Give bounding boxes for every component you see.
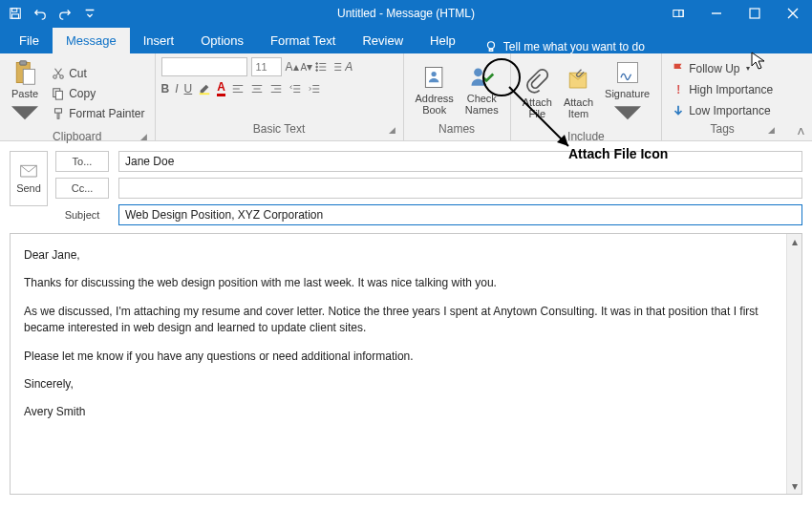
italic-icon[interactable]: I (175, 82, 178, 95)
svg-point-15 (316, 63, 318, 65)
tab-insert[interactable]: Insert (130, 28, 188, 53)
cut-button[interactable]: Cut (48, 64, 148, 83)
check-names-button[interactable]: Check Names (459, 62, 504, 117)
send-button[interactable]: Send (10, 151, 48, 206)
chevron-down-icon: ▾ (746, 64, 750, 73)
attach-item-icon (565, 68, 591, 95)
chevron-down-icon (11, 101, 38, 128)
indent-icon[interactable] (308, 82, 321, 95)
svg-point-21 (474, 68, 482, 76)
shrink-font-icon[interactable]: A▾ (301, 60, 313, 74)
send-icon (19, 163, 38, 180)
font-color-icon[interactable]: A (217, 80, 225, 96)
flag-icon (672, 62, 685, 75)
attach-item-button[interactable]: Attach Item (558, 66, 599, 121)
subject-label: Subject (55, 209, 109, 221)
cc-button[interactable]: Cc... (55, 178, 109, 199)
svg-point-6 (487, 42, 494, 49)
minimize-icon[interactable] (697, 0, 736, 27)
svg-rect-13 (56, 91, 63, 99)
cursor-icon (751, 52, 766, 71)
svg-point-17 (316, 70, 318, 72)
svg-point-11 (60, 75, 64, 79)
copy-icon (52, 87, 65, 100)
svg-rect-2 (12, 14, 19, 18)
tell-me-search[interactable]: Tell me what you want to do (469, 40, 645, 53)
tab-review[interactable]: Review (349, 28, 417, 53)
to-button[interactable]: To... (55, 151, 109, 172)
redo-icon[interactable] (53, 2, 76, 25)
svg-point-20 (431, 71, 436, 75)
address-book-button[interactable]: Address Book (410, 62, 459, 117)
font-size-combo[interactable]: 11 (251, 57, 282, 76)
group-include: Attach File Attach Item Signature Includ… (511, 53, 662, 140)
tab-help[interactable]: Help (417, 28, 469, 53)
cc-input[interactable] (118, 178, 802, 199)
clear-format-icon[interactable]: A (345, 60, 353, 74)
scroll-down-icon[interactable]: ▾ (787, 478, 801, 494)
paintbrush-icon (52, 107, 65, 120)
dialog-launcher-icon[interactable]: ◢ (389, 125, 395, 135)
svg-point-16 (316, 66, 318, 68)
svg-rect-1 (12, 9, 17, 12)
align-right-icon[interactable] (269, 82, 283, 95)
highlight-icon[interactable] (198, 82, 211, 95)
bullets-icon[interactable] (314, 60, 328, 74)
font-name-combo[interactable] (161, 57, 247, 76)
check-names-icon (468, 64, 495, 91)
svg-rect-5 (750, 9, 759, 18)
dialog-launcher-icon[interactable]: ◢ (140, 132, 147, 141)
align-center-icon[interactable] (250, 82, 264, 95)
copy-button[interactable]: Copy (48, 84, 148, 103)
chevron-down-icon (614, 101, 641, 128)
format-painter-button[interactable]: Format Painter (48, 104, 148, 123)
tab-message[interactable]: Message (53, 28, 130, 53)
underline-icon[interactable]: U (184, 82, 193, 95)
svg-rect-8 (20, 61, 27, 65)
ribbon-tabs: File Message Insert Options Format Text … (0, 27, 812, 53)
scrollbar[interactable]: ▴ ▾ (786, 234, 801, 494)
svg-rect-14 (55, 109, 62, 113)
title-bar: Untitled - Message (HTML) (0, 0, 812, 27)
save-icon[interactable] (4, 2, 27, 25)
group-clipboard: Paste Cut Copy Format Painter Clipboard◢ (0, 53, 156, 140)
down-arrow-icon (672, 104, 685, 117)
qat-chevron-down-icon[interactable] (78, 2, 101, 25)
bold-icon[interactable]: B (161, 82, 170, 95)
exclamation-icon: ! (672, 83, 685, 96)
numbering-icon[interactable] (330, 60, 343, 74)
maximize-icon[interactable] (736, 0, 774, 27)
message-body[interactable]: Dear Jane, Thanks for discussing the web… (11, 234, 801, 446)
message-header: Send To... Cc... Subject (0, 141, 812, 229)
low-importance-button[interactable]: Low Importance (668, 101, 777, 120)
window-title: Untitled - Message (HTML) (337, 7, 475, 20)
dialog-launcher-icon[interactable]: ◢ (768, 125, 775, 135)
paste-icon (11, 59, 38, 86)
ribbon-display-options-icon[interactable] (659, 0, 697, 27)
scroll-up-icon[interactable]: ▴ (787, 234, 801, 249)
undo-icon[interactable] (29, 2, 52, 25)
paste-button[interactable]: Paste (6, 57, 44, 130)
signature-button[interactable]: Signature (599, 57, 655, 130)
group-basic-text: 11 A▴ A▾ A B I U A Basic Text◢ (156, 53, 404, 140)
svg-rect-19 (425, 67, 442, 87)
ribbon: Paste Cut Copy Format Painter Clipboard◢… (0, 53, 812, 141)
group-names: Address Book Check Names Names (404, 53, 511, 140)
svg-rect-18 (200, 93, 210, 95)
tab-file[interactable]: File (6, 28, 53, 53)
quick-access-toolbar (0, 2, 101, 25)
outdent-icon[interactable] (288, 82, 302, 95)
paperclip-icon (524, 68, 550, 95)
close-icon[interactable] (774, 0, 812, 27)
grow-font-icon[interactable]: A▴ (286, 60, 299, 74)
tab-options[interactable]: Options (187, 28, 257, 53)
high-importance-button[interactable]: !High Importance (668, 80, 777, 99)
svg-rect-4 (679, 11, 683, 17)
window-controls (659, 0, 812, 27)
to-input[interactable] (118, 151, 802, 172)
align-left-icon[interactable] (231, 82, 245, 95)
collapse-ribbon-icon[interactable]: ᐱ (798, 126, 804, 137)
subject-input[interactable] (118, 204, 802, 225)
attach-file-button[interactable]: Attach File (517, 66, 558, 121)
tab-format-text[interactable]: Format Text (257, 28, 349, 53)
